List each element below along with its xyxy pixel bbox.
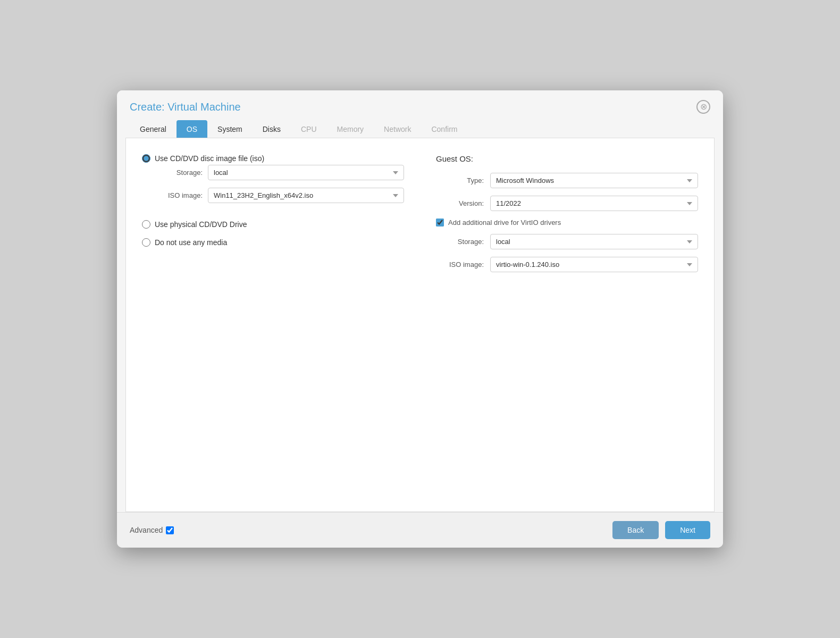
virtio-storage-select[interactable]: local [490,234,698,249]
virtio-storage-label: Storage: [436,238,484,246]
guest-os-title: Guest OS: [436,154,698,163]
dialog-footer: Advanced Back Next [117,512,723,548]
version-label: Version: [436,199,484,207]
virtio-iso-label: ISO image: [436,261,484,268]
content-inner: Use CD/DVD disc image file (iso) Storage… [142,154,698,280]
type-select[interactable]: Microsoft Windows [490,173,698,188]
tab-bar: General OS System Disks CPU Memory Netwo… [117,114,723,138]
tab-general[interactable]: General [130,120,177,138]
radio-none-label: Do not use any media [155,238,227,247]
tab-system[interactable]: System [207,120,253,138]
advanced-checkbox[interactable] [166,526,174,534]
next-button[interactable]: Next [665,521,710,539]
storage-row: Storage: local [155,165,404,180]
additional-drive-row: Add additional drive for VirtIO drivers [436,219,698,226]
dialog-title: Create: Virtual Machine [130,101,241,113]
iso-label: ISO image: [155,191,203,199]
radio-physical-input[interactable] [142,220,150,229]
dialog-header: Create: Virtual Machine ⊗ [117,90,723,114]
iso-row: ISO image: Win11_23H2_English_x64v2.iso [155,188,404,203]
left-panel: Use CD/DVD disc image file (iso) Storage… [142,154,425,280]
radio-physical[interactable]: Use physical CD/DVD Drive [142,220,404,229]
virtio-storage-row: Storage: local [436,234,698,249]
tab-os[interactable]: OS [177,120,207,138]
media-radio-group: Use CD/DVD disc image file (iso) Storage… [142,154,404,247]
iso-select[interactable]: Win11_23H2_English_x64v2.iso [208,188,404,203]
tab-memory: Memory [327,120,374,138]
radio-iso-label: Use CD/DVD disc image file (iso) [155,154,264,163]
virtio-iso-select[interactable]: virtio-win-0.1.240.iso [490,257,698,272]
advanced-group: Advanced [130,526,174,534]
type-row: Type: Microsoft Windows [436,173,698,188]
tab-confirm: Confirm [421,120,467,138]
tab-cpu: CPU [291,120,327,138]
radio-iso[interactable]: Use CD/DVD disc image file (iso) [142,154,404,163]
tab-network: Network [374,120,421,138]
type-label: Type: [436,177,484,184]
storage-select[interactable]: local [208,165,404,180]
tab-disks[interactable]: Disks [253,120,291,138]
storage-label: Storage: [155,169,203,177]
radio-none-input[interactable] [142,238,150,247]
radio-physical-label: Use physical CD/DVD Drive [155,220,247,229]
back-button[interactable]: Back [612,521,659,539]
close-icon: ⊗ [700,103,707,111]
right-panel: Guest OS: Type: Microsoft Windows Versio… [425,154,698,280]
additional-drive-label: Add additional drive for VirtIO drivers [448,219,561,226]
radio-none[interactable]: Do not use any media [142,238,404,247]
content-area: Use CD/DVD disc image file (iso) Storage… [125,138,715,512]
additional-drive-checkbox[interactable] [436,219,444,226]
radio-iso-input[interactable] [142,154,150,163]
create-vm-dialog: Create: Virtual Machine ⊗ General OS Sys… [117,90,723,548]
version-select[interactable]: 11/2022 [490,196,698,211]
virtio-iso-row: ISO image: virtio-win-0.1.240.iso [436,257,698,272]
version-row: Version: 11/2022 [436,196,698,211]
advanced-label: Advanced [130,526,163,534]
close-button[interactable]: ⊗ [696,100,710,114]
